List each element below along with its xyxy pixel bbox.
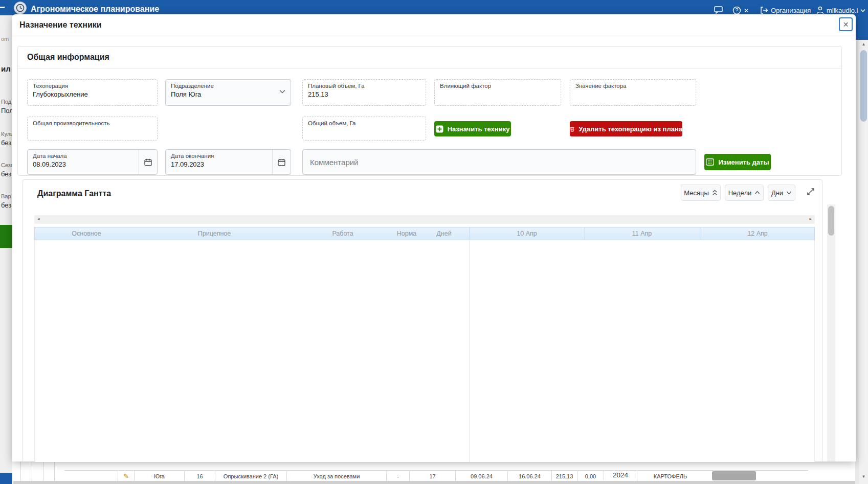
delete-techoperation-button[interactable]: Удалить техоперацию из плана — [570, 121, 682, 136]
planned-volume-field: Плановый объем, Га 215.13 — [302, 79, 426, 106]
calendar-icon[interactable] — [272, 150, 291, 174]
gantt-header-row: Основное Прицепное Работа Норма Дней 10 … — [34, 227, 815, 240]
expand-fullscreen-icon[interactable] — [806, 187, 817, 198]
gantt-column-header: Работа — [332, 230, 353, 237]
chevron-down-icon — [860, 9, 865, 12]
column-separator — [700, 227, 700, 240]
bg-cell: Опрыскивание 2 (ГА) — [215, 471, 286, 481]
bg-cell: Уход за посевами — [286, 471, 386, 481]
bg-cell: 16.06.24 — [507, 471, 551, 481]
gantt-column-header: Норма — [397, 230, 416, 237]
date-end-field[interactable]: Дата окончания 17.09.2023 — [165, 149, 291, 175]
plus-icon — [436, 125, 443, 133]
gantt-vertical-scrollbar[interactable] — [827, 204, 835, 462]
app-title: Агрономическое планирование — [31, 5, 159, 14]
bg-cell: 09.06.24 — [455, 471, 507, 481]
scroll-down-icon[interactable]: ▼ — [859, 474, 868, 479]
scroll-up-icon[interactable]: ▲ — [859, 42, 868, 47]
factor-value-field: Значение фактора — [570, 79, 696, 106]
trash-icon — [570, 125, 574, 133]
section-heading: Общая информация — [27, 53, 109, 62]
column-separator — [585, 227, 585, 240]
gantt-date-header: 12 Апр — [747, 230, 767, 237]
bg-cell: 0,00 — [577, 471, 604, 481]
divider — [18, 68, 841, 68]
total-volume-field: Общий объем, Га — [302, 117, 426, 141]
general-info-card: Общая информация Техоперация Глубокорыхл… — [17, 46, 842, 176]
productivity-field: Общая производительность — [27, 117, 158, 141]
column-separator — [470, 227, 470, 240]
close-icon[interactable]: ✕ — [839, 17, 853, 31]
bg-cell-year: 2024 — [604, 470, 637, 480]
username: milkaudio.i — [827, 7, 858, 14]
bg-cell: 17 — [409, 471, 455, 481]
view-months-button[interactable]: Месяцы — [681, 185, 721, 201]
assign-equipment-button[interactable]: Назначить технику — [434, 121, 511, 136]
division-select[interactable]: Подразделение Поля Юга — [165, 79, 291, 106]
assign-equipment-modal: Назначение техники ✕ Общая информация Те… — [12, 14, 856, 462]
view-weeks-button[interactable]: Недели — [725, 185, 764, 201]
modal-title: Назначение техники — [19, 20, 102, 30]
gantt-date-header: 10 Апр — [517, 230, 537, 237]
chevron-up-icon — [754, 191, 760, 195]
bg-gray-button — [712, 471, 756, 480]
gantt-horizontal-scrollbar[interactable]: ◂ ▸ — [34, 215, 815, 224]
chat-icon[interactable] — [714, 6, 723, 14]
bg-footer-strip — [13, 481, 859, 484]
techoperation-field: Техоперация Глубокорыхление — [27, 79, 158, 106]
divider — [12, 35, 856, 35]
chevron-down-icon — [786, 191, 792, 195]
gantt-date-header: 11 Апр — [632, 230, 652, 237]
help-icon[interactable]: ? ✕ — [732, 6, 749, 15]
bg-cell: 215,13 — [551, 471, 577, 481]
calendar-list-icon — [706, 158, 714, 166]
menu-icon[interactable] — [0, 7, 5, 8]
scroll-left-icon[interactable]: ◂ — [37, 216, 40, 221]
page-scrollbar[interactable]: ▲ ▼ — [859, 40, 868, 484]
bg-cell: Юга — [134, 471, 184, 481]
bg-cell: 16 — [184, 471, 215, 481]
svg-text:?: ? — [736, 8, 739, 13]
bg-cell: - — [386, 471, 409, 481]
gantt-heading: Диаграмма Гантта — [37, 189, 111, 198]
gantt-body — [34, 240, 815, 462]
factor-field: Влияющий фактор — [434, 79, 561, 106]
bg-selected-row — [0, 225, 13, 248]
chevron-down-icon — [279, 89, 285, 94]
screen: Агрономическое планирование ? ✕ Организа… — [0, 0, 868, 484]
user-menu[interactable]: milkaudio.i — [816, 6, 865, 14]
bg-bottom-corner — [0, 473, 13, 484]
sign-out-icon[interactable]: Организация — [760, 6, 811, 14]
gantt-column-header: Основное — [72, 230, 101, 237]
gantt-column-header: Дней — [436, 230, 451, 237]
change-dates-button[interactable]: Изменить даты — [704, 154, 771, 170]
gantt-column-header: Прицепное — [198, 230, 231, 237]
comment-input[interactable] — [302, 149, 696, 175]
double-chevron-up-icon — [712, 190, 718, 196]
gantt-card: Диаграмма Гантта Месяцы Недели Дни ◂ ▸ — [23, 179, 822, 462]
gantt-vertical-scrollbar-thumb[interactable] — [828, 206, 834, 236]
page-scrollbar-thumb[interactable] — [860, 50, 867, 122]
organization-label: Организация — [771, 7, 811, 14]
date-start-field[interactable]: Дата начала 08.09.2023 — [27, 149, 158, 175]
view-days-button[interactable]: Дни — [768, 185, 795, 201]
bg-cell: КАРТОФЕЛЬ — [637, 471, 703, 481]
edit-pencil-icon: ✎ — [118, 471, 134, 481]
calendar-icon[interactable] — [139, 150, 157, 174]
bg-right-gap — [855, 40, 859, 484]
app-logo — [14, 2, 27, 14]
scroll-right-icon[interactable]: ▸ — [809, 216, 812, 221]
gantt-section-divider — [470, 240, 470, 462]
